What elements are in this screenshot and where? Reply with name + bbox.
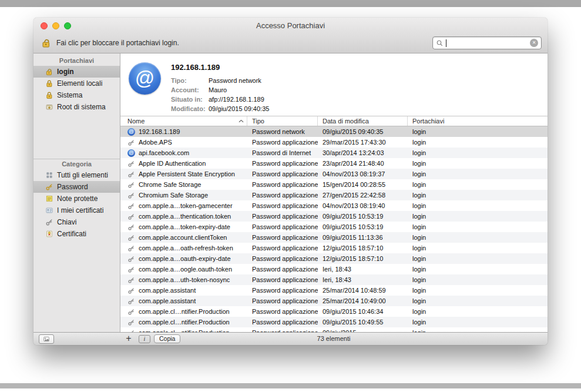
item-keychain: login [408, 139, 548, 146]
item-keychain: login [408, 255, 548, 262]
main-panel: @ 192.168.1.189 Tipo:Password networkAcc… [120, 53, 548, 332]
table-row[interactable]: com.apple.account.clientTokenPassword ap… [120, 232, 548, 243]
table-row[interactable]: @192.168.1.189Password network09/giu/201… [120, 126, 548, 137]
table-row[interactable]: com.apple.a…token-gamecenterPassword app… [120, 200, 548, 211]
clear-search-button[interactable] [530, 39, 538, 47]
sidebar-item-label: Root di sistema [57, 103, 106, 111]
item-date: 09/giu/2015 09:40:35 [318, 128, 408, 135]
table-row[interactable]: com.apple.a…oogle.oauth-tokenPassword ap… [120, 264, 548, 274]
item-name-cell: com.apple.a…oath-refresh-token [120, 244, 247, 252]
gold-key-icon [45, 183, 53, 191]
item-name: com.apple.a…thentication.token [139, 213, 231, 220]
grid-icon [45, 171, 53, 179]
sidebar-item-label: Elementi locali [57, 79, 102, 88]
item-keychain: login [408, 213, 548, 220]
table-row[interactable]: com.apple.cl…ntifier.ProductionPassword … [120, 327, 548, 332]
item-type: Password applicazione [247, 255, 318, 262]
item-date: 30/apr/2014 13:24:03 [318, 149, 408, 156]
sidebar-item-root-di-sistema[interactable]: Root di sistema [33, 101, 120, 113]
keychain-access-window: Accesso Portachiavi Fai clic per bloccar… [33, 18, 548, 345]
sidebar-item-certificati[interactable]: Certificati [33, 228, 120, 240]
table-row[interactable]: com.apple.a…uth-token-nosyncPassword app… [120, 274, 548, 285]
add-item-button[interactable]: + [123, 333, 135, 345]
key-icon [127, 266, 135, 273]
sidebar-item-note-protette[interactable]: Note protette [33, 193, 120, 205]
table-row[interactable]: com.apple.a…thentication.tokenPassword a… [120, 211, 548, 222]
item-name-cell: com.apple.assistant [120, 297, 247, 305]
sidebar: PortachiaviloginElementi localiSistemaRo… [33, 53, 120, 332]
column-header-label: Data di modifica [323, 118, 369, 125]
detail-field-label: Modificato: [171, 104, 206, 113]
item-name: Apple Persistent State Encryption [139, 170, 235, 177]
table-row[interactable]: Adobe.APSPassword applicazione29/mar/201… [120, 137, 548, 148]
item-type: Password applicazione [247, 244, 318, 252]
sidebar-item-label: I miei certificati [57, 206, 103, 215]
detail-field: Situato in:afp://192.168.1.189 [171, 95, 269, 104]
window-title: Accesso Portachiavi [33, 21, 548, 30]
info-button[interactable]: i [139, 335, 150, 343]
column-header-tipo[interactable]: Tipo [247, 116, 318, 126]
column-header-nome[interactable]: Nome [120, 116, 247, 126]
table-row[interactable]: com.apple.a…oath-refresh-tokenPassword a… [120, 243, 548, 253]
item-type: Password applicazione [247, 297, 318, 304]
table-body: @192.168.1.189Password network09/giu/201… [120, 126, 548, 332]
table-row[interactable]: com.apple.assistantPassword applicazione… [120, 285, 548, 296]
item-type: Password network [247, 128, 318, 135]
key-icon [127, 297, 135, 305]
status-bar: + i Copia 73 elementi [33, 332, 548, 345]
item-name-cell: @192.168.1.189 [120, 128, 247, 136]
search-icon [436, 39, 444, 47]
item-keychain: login [408, 160, 548, 167]
item-name: Apple ID Authentication [139, 160, 206, 167]
padlock-icon [45, 91, 53, 99]
item-type: Password di Internet [247, 149, 318, 156]
sidebar-item-sistema[interactable]: Sistema [33, 89, 120, 101]
item-name: com.apple.assistant [139, 287, 196, 294]
item-keychain: login [408, 192, 548, 199]
window-header: Accesso Portachiavi Fai clic per bloccar… [33, 18, 548, 53]
table-row[interactable]: com.apple.a…oauth-expiry-datePassword ap… [120, 253, 548, 264]
lock-keychain-button[interactable]: Fai clic per bloccare il portachiavi log… [41, 37, 179, 49]
sidebar-item-label: Tutti gli elementi [57, 171, 108, 179]
sidebar-item-i-miei-certificati[interactable]: I miei certificati [33, 205, 120, 216]
table-row[interactable]: @api.facebook.comPassword di Internet30/… [120, 148, 548, 158]
table-row[interactable]: com.apple.cl…ntifier.ProductionPassword … [120, 306, 548, 317]
item-date: 29/mar/2015 17:43:30 [318, 139, 408, 146]
sidebar-item-login[interactable]: login [33, 66, 120, 78]
table-row[interactable]: com.apple.cl…ntifier.ProductionPassword … [120, 317, 548, 327]
sidebar-item-label: Chiavi [57, 218, 76, 226]
table-row[interactable]: com.apple.a…token-expiry-datePassword ap… [120, 222, 548, 232]
column-header-data-di-modifica[interactable]: Data di modifica [318, 116, 408, 126]
table-row[interactable]: Chrome Safe StoragePassword applicazione… [120, 179, 548, 190]
sidebar-item-elementi-locali[interactable]: Elementi locali [33, 78, 120, 89]
item-name: com.apple.a…oauth-expiry-date [139, 255, 231, 262]
preview-button[interactable] [39, 334, 54, 344]
item-keychain: login [408, 266, 548, 273]
item-keychain: login [408, 149, 548, 156]
item-name: com.apple.cl…ntifier.Production [139, 319, 230, 326]
sidebar-item-label: Certificati [57, 230, 86, 238]
sidebar-item-tutti-gli-elementi[interactable]: Tutti gli elementi [33, 169, 120, 181]
detail-field: Modificato:09/giu/2015 09:40:35 [171, 104, 269, 113]
search-input[interactable] [432, 36, 542, 49]
table-row[interactable]: com.apple.assistantPassword applicazione… [120, 296, 548, 306]
item-name-cell: com.apple.a…token-expiry-date [120, 223, 247, 231]
item-name: com.apple.a…token-expiry-date [139, 223, 230, 230]
item-keychain: login [408, 234, 548, 241]
sidebar-item-password[interactable]: Password [33, 181, 120, 193]
table-row[interactable]: Apple ID AuthenticationPassword applicaz… [120, 158, 548, 169]
item-name: com.apple.cl…ntifier.Production [139, 308, 230, 315]
item-type: Password applicazione [247, 213, 318, 220]
item-date: 25/mar/2014 10:49:00 [318, 297, 408, 304]
table-row[interactable]: Apple Persistent State EncryptionPasswor… [120, 169, 548, 179]
open-padlock-icon [41, 37, 52, 49]
table-row[interactable]: Chromium Safe StoragePassword applicazio… [120, 190, 548, 200]
column-header-portachiavi[interactable]: Portachiavi [408, 116, 548, 126]
item-keychain: login [408, 244, 548, 252]
sidebar-item-chiavi[interactable]: Chiavi [33, 216, 120, 228]
table-header: NomeTipoData di modificaPortachiavi [120, 116, 548, 126]
item-name-cell: com.apple.cl…ntifier.Production [120, 308, 247, 316]
item-name: com.apple.a…token-gamecenter [139, 202, 233, 209]
copy-button[interactable]: Copia [154, 334, 180, 343]
at-badge-icon: @ [127, 149, 135, 157]
